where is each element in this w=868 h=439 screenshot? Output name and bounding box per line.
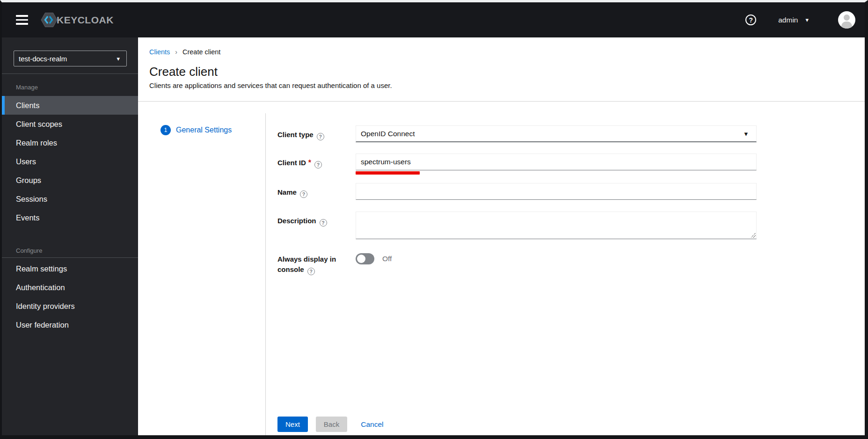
step-number-badge: 1	[160, 125, 171, 135]
description-help-icon[interactable]: ?	[320, 219, 327, 227]
client-id-input[interactable]	[356, 154, 757, 170]
realm-selector-value: test-docs-realm	[19, 55, 67, 63]
user-menu-label: admin	[778, 16, 798, 24]
sidebar-item-authentication[interactable]: Authentication	[2, 278, 138, 297]
always-display-help-icon[interactable]: ?	[307, 268, 315, 275]
sidebar-divider	[2, 73, 138, 74]
keycloak-logo: KEYCLOAK	[41, 12, 114, 28]
sidebar-item-sessions[interactable]: Sessions	[2, 190, 138, 208]
chevron-down-icon: ▾	[744, 130, 748, 137]
breadcrumb: Clients › Create client	[149, 48, 853, 56]
client-type-label: Client type	[277, 131, 314, 139]
sidebar-item-groups[interactable]: Groups	[2, 171, 138, 190]
sidebar-item-realm-roles[interactable]: Realm roles	[2, 133, 138, 152]
required-indicator: *	[308, 159, 311, 167]
description-label: Description	[277, 217, 316, 225]
toggle-knob	[357, 255, 365, 263]
sidebar-item-client-scopes[interactable]: Client scopes	[2, 115, 138, 133]
cancel-button[interactable]: Cancel	[361, 420, 383, 429]
keycloak-logo-icon	[41, 12, 58, 28]
sidebar-item-users[interactable]: Users	[2, 152, 138, 171]
resize-handle[interactable]	[751, 233, 756, 238]
sidebar: test-docs-realm ▾ Manage Clients Client …	[2, 37, 138, 435]
breadcrumb-separator-icon: ›	[175, 48, 177, 56]
back-button[interactable]: Back	[316, 417, 347, 432]
avatar-head	[844, 15, 850, 21]
sidebar-item-user-federation[interactable]: User federation	[2, 315, 138, 334]
always-display-toggle[interactable]	[356, 253, 374, 264]
sidebar-item-realm-settings[interactable]: Realm settings	[2, 259, 138, 278]
nav-section-manage-label: Manage	[2, 84, 138, 91]
wizard-divider	[265, 113, 266, 435]
breadcrumb-current: Create client	[182, 48, 220, 56]
toggle-state-label: Off	[382, 255, 392, 263]
wizard-nav: 1 General Settings	[138, 102, 266, 435]
main-content: Clients › Create client Create client Cl…	[138, 37, 865, 435]
step-label: General Settings	[176, 126, 232, 134]
sidebar-item-events[interactable]: Events	[2, 208, 138, 227]
client-id-label: Client ID	[277, 159, 306, 167]
chevron-down-icon: ▾	[117, 56, 120, 62]
next-button[interactable]: Next	[277, 417, 308, 432]
client-type-help-icon[interactable]: ?	[317, 133, 324, 140]
sidebar-item-clients[interactable]: Clients	[2, 96, 138, 115]
sidebar-item-identity-providers[interactable]: Identity providers	[2, 297, 138, 315]
wizard-form: Client type? OpenID Connect ▾ Client I	[266, 102, 865, 435]
always-display-label: Always display in console	[277, 255, 336, 273]
form-row-name: Name?	[277, 183, 865, 200]
wizard-step-general-settings[interactable]: 1 General Settings	[160, 125, 266, 135]
breadcrumb-link-clients[interactable]: Clients	[149, 48, 170, 56]
description-textarea[interactable]	[356, 212, 757, 239]
form-row-always-display: Always display in console? Off	[277, 251, 865, 275]
client-type-select[interactable]: OpenID Connect ▾	[356, 125, 757, 142]
app-window: KEYCLOAK ? admin ▾ test-docs-realm ▾ Man…	[0, 0, 868, 439]
avatar[interactable]	[838, 11, 855, 29]
menu-icon[interactable]	[16, 15, 28, 25]
avatar-torso	[841, 22, 852, 29]
keycloak-logo-text: KEYCLOAK	[57, 15, 114, 26]
user-menu[interactable]: admin ▾	[778, 16, 809, 24]
create-client-wizard: 1 General Settings Client type? OpenID C	[138, 102, 865, 435]
name-label: Name	[277, 188, 297, 196]
annotation-red-underline	[356, 171, 420, 175]
realm-selector[interactable]: test-docs-realm ▾	[14, 51, 127, 66]
name-help-icon[interactable]: ?	[300, 190, 307, 198]
form-row-client-type: Client type? OpenID Connect ▾	[277, 125, 865, 142]
form-row-client-id: Client ID*?	[277, 154, 865, 170]
chevron-down-icon: ▾	[805, 17, 809, 23]
client-type-value: OpenID Connect	[361, 130, 415, 138]
sidebar-divider	[2, 257, 138, 258]
form-row-description: Description?	[277, 212, 865, 239]
name-input[interactable]	[356, 183, 757, 200]
page-subtitle: Clients are applications and services th…	[149, 81, 853, 90]
page-header: Clients › Create client Create client Cl…	[138, 37, 865, 102]
page-title: Create client	[149, 64, 853, 80]
nav-section-configure-label: Configure	[2, 247, 138, 254]
masthead: KEYCLOAK ? admin ▾	[2, 2, 865, 37]
help-icon[interactable]: ?	[745, 15, 756, 25]
client-id-help-icon[interactable]: ?	[314, 161, 322, 168]
wizard-footer: Next Back Cancel	[277, 417, 865, 432]
